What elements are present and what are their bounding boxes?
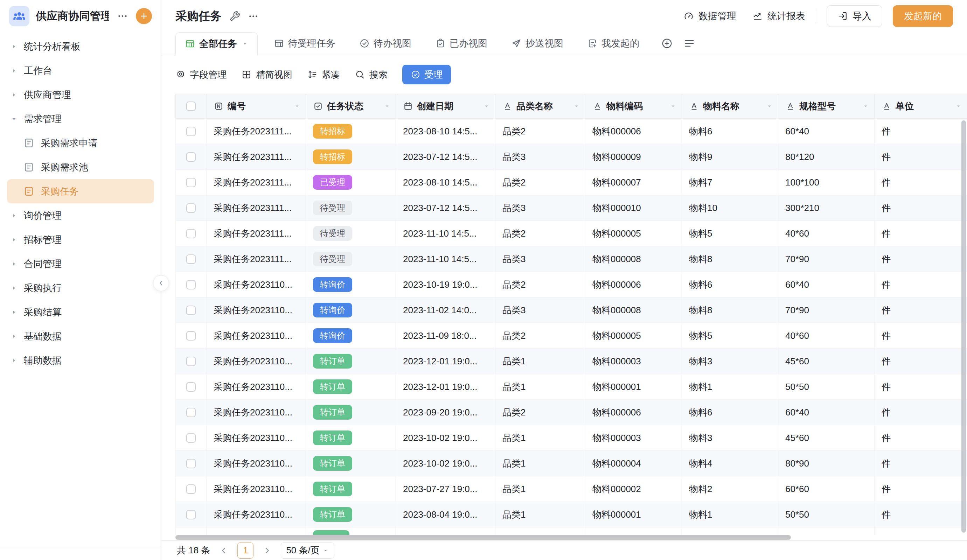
row-checkbox[interactable]	[186, 331, 196, 341]
vertical-scrollbar[interactable]	[961, 120, 966, 533]
sidebar-group-7[interactable]: 询价管理	[7, 203, 154, 227]
tab-1[interactable]: 待受理任务	[272, 32, 338, 55]
quick-action-0[interactable]: 数据管理	[683, 10, 736, 22]
cell-id[interactable]: 采购任务2023111...	[206, 119, 306, 144]
tab-3[interactable]: 已办视图	[433, 32, 490, 55]
row-checkbox[interactable]	[186, 203, 196, 213]
column-header[interactable]: 物料名称	[682, 94, 778, 118]
cell-id[interactable]: 采购任务2023110...	[206, 374, 306, 400]
page-settings-button[interactable]	[229, 11, 240, 22]
quick-action-1[interactable]: 统计报表	[752, 10, 805, 22]
horizontal-scrollbar-thumb[interactable]	[175, 535, 791, 540]
tab-4[interactable]: 抄送视图	[509, 32, 565, 55]
next-page-button[interactable]	[262, 546, 272, 555]
cell-id[interactable]: 采购任务2023110...	[206, 476, 306, 502]
cell-id[interactable]: 采购任务2023110...	[206, 502, 306, 527]
sidebar-item-6[interactable]: 采购任务	[7, 179, 154, 203]
sidebar-group-2[interactable]: 供应商管理	[7, 82, 154, 107]
status-badge: 转订单	[313, 456, 352, 471]
row-checkbox[interactable]	[186, 178, 196, 187]
column-header[interactable]: 任务状态	[306, 94, 396, 118]
cell-id[interactable]: 采购任务2023111...	[206, 170, 306, 195]
toolbar-item-1[interactable]: 精简视图	[241, 69, 292, 81]
cell-spec: 40*60	[778, 221, 875, 246]
check-circle-icon	[359, 38, 370, 49]
app-more-button[interactable]	[116, 9, 130, 23]
table-row-partial	[175, 527, 967, 535]
column-header[interactable]: 品类名称	[495, 94, 586, 118]
sidebar-group-1[interactable]: 工作台	[7, 58, 154, 82]
vertical-scrollbar-thumb[interactable]	[961, 120, 966, 533]
send-icon	[511, 38, 521, 49]
column-header[interactable]: 物料编码	[586, 94, 682, 118]
current-page[interactable]: 1	[238, 542, 254, 558]
cell-id[interactable]: 采购任务2023110...	[206, 323, 306, 349]
cell-category: 品类3	[495, 195, 586, 221]
cell-id[interactable]: 采购任务2023110...	[206, 451, 306, 476]
page-size-select[interactable]: 50 条/页	[281, 542, 334, 558]
cell-name: 物料5	[682, 221, 778, 246]
sidebar-group-13[interactable]: 辅助数据	[7, 348, 154, 372]
column-header[interactable]: 规格型号	[778, 94, 875, 118]
caret-right-icon	[10, 67, 18, 74]
sidebar-group-10[interactable]: 采购执行	[7, 276, 154, 300]
cell-spec: 70*90	[778, 298, 875, 323]
sidebar-item-5[interactable]: 采购需求池	[7, 155, 154, 179]
column-header[interactable]: 单位	[875, 94, 967, 118]
row-checkbox[interactable]	[186, 229, 196, 238]
sidebar-group-11[interactable]: 采购结算	[7, 300, 154, 324]
row-checkbox[interactable]	[186, 510, 196, 519]
accept-button[interactable]: 受理	[402, 65, 451, 84]
create-button[interactable]: 发起新的	[893, 5, 953, 27]
sidebar-collapse-button[interactable]	[153, 275, 169, 291]
cell-category: 品类2	[495, 119, 586, 144]
row-checkbox[interactable]	[186, 459, 196, 468]
row-checkbox[interactable]	[186, 357, 196, 366]
sidebar-item-4[interactable]: 采购需求申请	[7, 131, 154, 155]
plus-circle-button[interactable]	[661, 32, 673, 55]
cell-id[interactable]: 采购任务2023111...	[206, 144, 306, 170]
cell-id[interactable]: 采购任务2023110...	[206, 272, 306, 298]
cell-category: 品类2	[495, 323, 586, 349]
tab-2[interactable]: 待办视图	[357, 32, 414, 55]
sidebar-group-8[interactable]: 招标管理	[7, 227, 154, 252]
prev-page-button[interactable]	[219, 546, 228, 555]
row-checkbox[interactable]	[186, 152, 196, 162]
tab-0[interactable]: 全部任务	[175, 32, 258, 55]
toolbar-item-3[interactable]: 搜索	[355, 69, 388, 81]
cell-id[interactable]: 采购任务2023110...	[206, 349, 306, 374]
row-checkbox[interactable]	[186, 127, 196, 136]
sidebar-group-3[interactable]: 需求管理	[7, 107, 154, 131]
column-label: 编号	[228, 100, 246, 112]
toolbar-item-0[interactable]: 字段管理	[175, 69, 226, 81]
cell-spec: 80*90	[778, 451, 875, 476]
page-more-button[interactable]	[248, 11, 259, 22]
cell-id[interactable]: 采购任务2023110...	[206, 425, 306, 451]
sidebar-group-9[interactable]: 合同管理	[7, 252, 154, 276]
row-checkbox[interactable]	[186, 408, 196, 417]
cell-id[interactable]: 采购任务2023110...	[206, 298, 306, 323]
horizontal-scrollbar[interactable]	[162, 535, 967, 540]
cell-id[interactable]: 采购任务2023111...	[206, 221, 306, 246]
cell-id[interactable]: 采购任务2023111...	[206, 195, 306, 221]
row-checkbox[interactable]	[186, 433, 196, 443]
column-header[interactable]: 创建日期	[396, 94, 495, 118]
filter-caret-icon	[573, 102, 580, 110]
add-app-button[interactable]	[136, 8, 152, 24]
row-checkbox[interactable]	[186, 306, 196, 315]
import-button[interactable]: 导入	[827, 5, 882, 27]
select-all-checkbox[interactable]	[186, 102, 196, 111]
list-button[interactable]	[683, 32, 695, 55]
cell-id[interactable]: 采购任务2023110...	[206, 400, 306, 425]
edit-app-package-button[interactable]: 编辑应用包	[0, 547, 161, 560]
column-header[interactable]: 编号	[206, 94, 306, 118]
row-checkbox[interactable]	[186, 254, 196, 264]
row-checkbox[interactable]	[186, 484, 196, 494]
sidebar-group-0[interactable]: 统计分析看板	[7, 34, 154, 58]
sidebar-group-12[interactable]: 基础数据	[7, 324, 154, 348]
tab-5[interactable]: 我发起的	[585, 32, 641, 55]
toolbar-item-2[interactable]: 紧凑	[307, 69, 340, 81]
cell-id[interactable]: 采购任务2023111...	[206, 246, 306, 272]
row-checkbox[interactable]	[186, 280, 196, 290]
row-checkbox[interactable]	[186, 382, 196, 392]
